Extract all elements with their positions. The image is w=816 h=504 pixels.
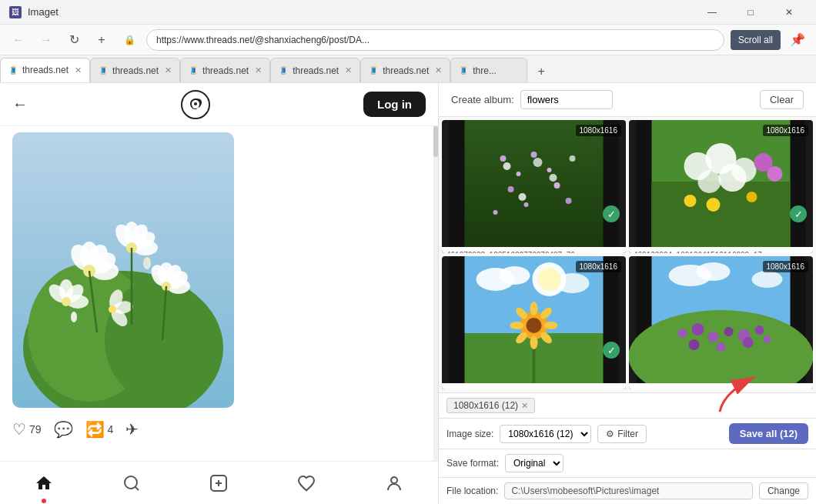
more-tabs-button[interactable]: + — [530, 61, 552, 82]
svg-point-99 — [755, 325, 764, 335]
svg-point-46 — [508, 186, 514, 192]
album-name-input[interactable] — [520, 90, 613, 109]
tab-label-3: threads.net — [293, 65, 339, 76]
change-location-button[interactable]: Change — [759, 482, 808, 499]
address-bar: ← → ↻ + 🔒 Scroll all 📌 — [0, 25, 816, 55]
maximize-button[interactable]: □ — [733, 0, 768, 25]
edit-icon-1[interactable]: ✏ — [801, 250, 808, 253]
app-icon: 🖼 — [9, 6, 22, 18]
repost-action[interactable]: 🔁 4 — [85, 420, 114, 439]
back-button[interactable]: ← — [8, 29, 29, 51]
svg-point-43 — [517, 172, 521, 176]
svg-point-101 — [717, 342, 726, 352]
save-format-label: Save format: — [446, 458, 499, 469]
format-select[interactable]: Original — [505, 454, 564, 472]
pin-button[interactable]: 📌 — [787, 29, 808, 51]
image-name-0: 461973833_12351022776879487_76... — [446, 251, 611, 253]
image-dimension-0: 1080x1616 — [576, 125, 622, 136]
image-thumb-0 — [442, 120, 626, 247]
image-card-2[interactable]: 1080x1616 ✓ — [442, 256, 626, 389]
image-thumb-3 — [629, 256, 813, 383]
threads-logo-svg — [187, 96, 204, 113]
image-panel-wrapper: Create album: Clear — [439, 83, 816, 504]
scroll-all-button[interactable]: Scroll all — [731, 30, 781, 50]
tag-label-0: 1080x1616 (12) — [453, 400, 518, 411]
new-tab-button[interactable]: + — [91, 29, 112, 51]
share-action[interactable]: ✈ — [125, 420, 139, 439]
svg-point-66 — [747, 192, 757, 202]
tab-close-4[interactable]: ✕ — [435, 65, 442, 75]
tab-4[interactable]: 🧵 threads.net ✕ — [360, 58, 450, 82]
clear-button[interactable]: Clear — [760, 90, 804, 109]
svg-point-51 — [503, 162, 511, 170]
filter-button[interactable]: ⚙ Filter — [597, 425, 647, 443]
svg-point-55 — [570, 155, 576, 162]
bottom-nav-profile[interactable] — [385, 474, 403, 492]
image-card-3[interactable]: 1080x1616 — [629, 256, 813, 389]
tab-1[interactable]: 🧵 threads.net ✕ — [90, 58, 180, 82]
bottom-nav-create[interactable] — [209, 474, 228, 492]
image-card-1[interactable]: 1080x1616 ✓ 462133324_19916041513116880_… — [629, 120, 813, 253]
tab-0[interactable]: 🧵 threads.net ✕ — [0, 58, 90, 82]
svg-point-42 — [500, 155, 507, 162]
tab-close-2[interactable]: ✕ — [255, 65, 262, 75]
tab-5[interactable]: 🧵 thre... — [450, 58, 527, 82]
svg-point-52 — [533, 158, 543, 167]
image-check-0[interactable]: ✓ — [603, 205, 620, 222]
file-location-input[interactable] — [504, 482, 753, 499]
svg-point-20 — [62, 297, 71, 306]
threads-logo — [181, 90, 210, 119]
svg-point-65 — [707, 198, 721, 212]
tab-2[interactable]: 🧵 threads.net ✕ — [180, 58, 270, 82]
main-content: ← Log in — [0, 83, 816, 504]
tag-bar: 1080x1616 (12) ✕ — [439, 392, 816, 418]
close-button[interactable]: ✕ — [771, 0, 807, 25]
controls-bar: Image size: 1080x1616 (12) ⚙ Filter Save… — [439, 418, 816, 449]
svg-point-102 — [743, 337, 754, 348]
image-info-1: 462133324_19916041513116880_17... ✏ — [629, 247, 813, 253]
tab-close-1[interactable]: ✕ — [165, 65, 172, 75]
tag-remove-0[interactable]: ✕ — [521, 401, 528, 411]
bottom-nav-activity[interactable] — [297, 474, 316, 492]
svg-point-39 — [391, 477, 397, 483]
image-size-select[interactable]: 1080x1616 (12) — [500, 425, 591, 443]
svg-point-96 — [708, 332, 719, 342]
edit-icon-0[interactable]: ✏ — [614, 250, 621, 253]
tab-close-0[interactable]: ✕ — [75, 65, 82, 75]
browser-scrollbar-thumb[interactable] — [433, 126, 438, 157]
tab-label-2: threads.net — [202, 65, 249, 76]
svg-point-44 — [531, 152, 537, 158]
svg-point-92 — [752, 271, 783, 288]
flower-image-svg — [12, 132, 234, 408]
svg-point-64 — [684, 195, 697, 207]
bottom-nav-home[interactable] — [35, 474, 53, 492]
svg-point-35 — [71, 312, 77, 322]
svg-point-97 — [724, 327, 734, 336]
login-button[interactable]: Log in — [363, 92, 426, 117]
forward-button[interactable]: → — [35, 29, 57, 51]
svg-point-103 — [764, 335, 771, 343]
like-action[interactable]: ♡ 79 — [12, 420, 42, 439]
tab-close-3[interactable]: ✕ — [345, 65, 352, 75]
save-all-button[interactable]: Save all (12) — [729, 423, 808, 444]
browser-scrollbar[interactable] — [433, 126, 438, 461]
svg-point-53 — [519, 193, 527, 201]
image-info-0: 461973833_12351022776879487_76... ✏ — [442, 247, 626, 253]
album-header: Create album: Clear — [439, 83, 816, 117]
comment-action[interactable]: 💬 — [54, 420, 73, 439]
svg-point-75 — [538, 268, 561, 291]
image-check-2[interactable]: ✓ — [603, 342, 620, 359]
tab-label-4: threads.net — [383, 65, 429, 76]
svg-point-95 — [692, 323, 704, 335]
page-back-button[interactable]: ← — [12, 95, 28, 113]
minimize-button[interactable]: — — [694, 0, 730, 25]
url-input[interactable] — [146, 29, 724, 51]
image-check-1[interactable]: ✓ — [790, 205, 807, 222]
image-card-0[interactable]: 1080x1616 ✓ 461973833_12351022776879487_… — [442, 120, 626, 253]
svg-point-47 — [524, 202, 529, 207]
tab-3[interactable]: 🧵 threads.net ✕ — [270, 58, 360, 82]
reload-button[interactable]: ↻ — [63, 29, 85, 51]
svg-point-72 — [500, 266, 530, 285]
browser-panel: ← Log in — [0, 83, 439, 504]
bottom-nav-search[interactable] — [122, 474, 141, 492]
